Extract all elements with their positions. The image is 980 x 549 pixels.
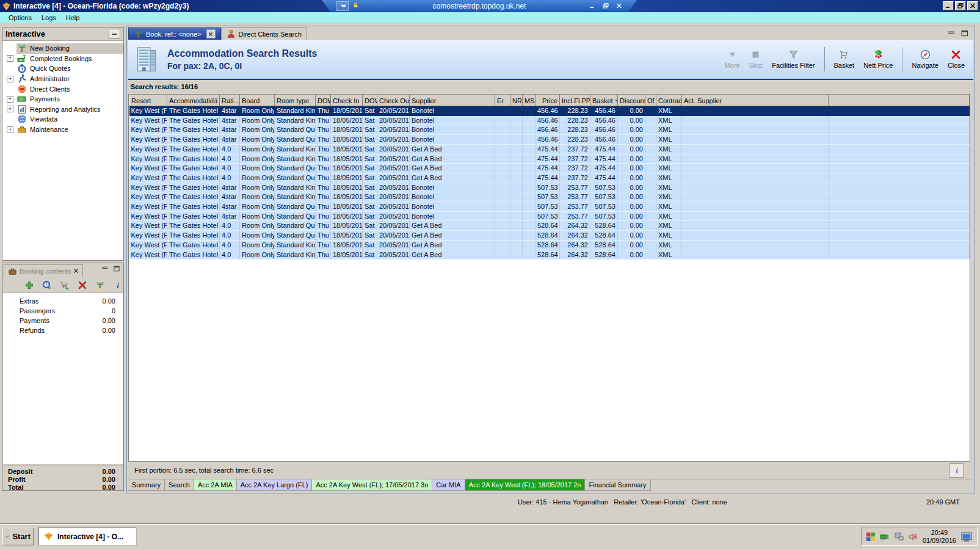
toolbar-button-nett-price[interactable]: Nett Price [863, 49, 893, 69]
delete-icon[interactable] [78, 280, 87, 290]
expand-toggle-icon[interactable]: + [7, 55, 13, 62]
column-header-basket-15[interactable]: Basket [590, 95, 618, 106]
column-header-price-13[interactable]: Price [535, 95, 560, 106]
tab-book-ref[interactable]: Book. ref.: <none> [128, 27, 221, 40]
window-close-button[interactable] [967, 1, 978, 10]
step-tab-search[interactable]: Search [165, 479, 194, 491]
table-row[interactable]: Key West (FL)The Gates Hotel4.0Room Only… [129, 164, 970, 173]
rdp-minimize-button[interactable] [589, 2, 595, 10]
start-button[interactable]: Start [2, 528, 34, 545]
step-tab-acc-2a-key-west-fl-18-05-2017-2n[interactable]: Acc 2A Key West (FL); 18/05/2017 2n [465, 479, 586, 491]
antivirus-icon[interactable] [866, 532, 876, 542]
column-header-er-10[interactable]: Er [495, 95, 510, 106]
tab-direct-clients-search[interactable]: Direct Clients Search [221, 27, 307, 40]
column-header-dow-7[interactable]: DOW [363, 95, 377, 106]
booking-panel-maximize-button[interactable] [114, 266, 120, 273]
menu-item-options[interactable]: Options [4, 14, 37, 21]
column-header-rati-2[interactable]: Rati... [220, 95, 240, 106]
step-tab-car-mia[interactable]: Car MIA [432, 479, 465, 491]
sidebar-item-quick-quotes[interactable]: + Quick Quotes [2, 64, 123, 74]
sidebar-item-payments[interactable]: + $Payments [2, 94, 123, 104]
window-minimize-button[interactable] [943, 1, 954, 10]
sidebar-item-label: Completed Bookings [30, 55, 92, 62]
column-header-discount-16[interactable]: Discount [618, 95, 645, 106]
sidebar-collapse-button[interactable] [109, 29, 120, 39]
table-row[interactable]: Key West (FL)The Gates Hotel4.0Room Only… [129, 144, 970, 154]
window-restore-button[interactable] [955, 1, 966, 10]
add-icon[interactable] [24, 280, 34, 290]
sidebar-item-administrator[interactable]: + Administrator [2, 74, 123, 84]
taskbar-task-interactive[interactable]: Interactive [4] - O... [38, 528, 136, 545]
column-header-dow-5[interactable]: DOW [316, 95, 331, 106]
expand-toggle-icon[interactable]: + [7, 106, 13, 112]
sidebar-item-new-booking[interactable]: + New Booking [2, 43, 123, 54]
table-row[interactable]: Key West (FL)The Gates Hotel4.0Room Only… [129, 250, 970, 260]
expand-toggle-icon[interactable]: + [7, 76, 13, 82]
toolbar-button-close[interactable]: Close [948, 49, 965, 69]
step-tab-acc-2a-key-west-fl-17-05-2017-3n[interactable]: Acc 2A Key West (FL); 17/05/2017 3n [312, 479, 432, 491]
info-button[interactable]: i [949, 464, 964, 478]
column-filter-icon[interactable] [211, 97, 218, 104]
sidebar-item-reporting-and-analytics[interactable]: + Reporting and Analytics [2, 104, 123, 115]
table-row[interactable]: Key West (FL)The Gates Hotel4starRoom On… [129, 202, 970, 212]
table-row[interactable]: Key West (FL)The Gates Hotel4starRoom On… [129, 183, 970, 192]
booking-panel-minimize-button[interactable] [102, 266, 109, 273]
column-header-incl-fl-pp-14[interactable]: Incl.Fl.PP [560, 95, 590, 106]
step-tab-financial-summary[interactable]: Financial Summary [585, 479, 650, 491]
table-row[interactable]: Key West (FL)The Gates Hotel4.0Room Only… [129, 154, 970, 164]
expand-toggle-icon[interactable]: + [7, 96, 13, 103]
column-header-accommodation-1[interactable]: Accommodation [167, 95, 220, 106]
network-adapter-icon[interactable] [880, 532, 890, 542]
column-header-room-type-4[interactable]: Room type [275, 95, 316, 106]
toolbar-button-basket[interactable]: Basket [834, 49, 855, 69]
table-row[interactable]: Key West (FL)The Gates Hotel4starRoom On… [129, 125, 970, 135]
basket-transfer-icon[interactable] [60, 280, 70, 290]
sidebar-item-completed-bookings[interactable]: + Completed Bookings [2, 54, 123, 64]
column-header-nr-11[interactable]: NR [510, 95, 523, 106]
table-row[interactable]: Key West (FL)The Gates Hotel4starRoom On… [129, 211, 970, 221]
table-row[interactable]: Key West (FL)The Gates Hotel4.0Room Only… [129, 221, 970, 231]
column-header-check-in-6[interactable]: Check In [331, 95, 363, 106]
table-row[interactable]: Key West (FL)The Gates Hotel4starRoom On… [129, 135, 970, 145]
rdp-close-button[interactable] [616, 2, 622, 10]
booking-contents-tab[interactable]: Booking contents [4, 264, 83, 277]
column-header-of-17[interactable]: Of [645, 95, 656, 106]
table-row[interactable]: Key West (FL)The Gates Hotel4starRoom On… [129, 192, 970, 202]
column-header-supplier-9[interactable]: Supplier [410, 95, 495, 106]
column-header-ms-12[interactable]: MS [523, 95, 535, 106]
network-status-icon[interactable] [894, 532, 904, 542]
step-tab-summary[interactable]: Summary [128, 479, 165, 491]
column-header-act-supplier-19[interactable]: Act. Supplier [682, 95, 829, 106]
column-header-check-out-8[interactable]: Check Out [377, 95, 410, 106]
table-row[interactable]: Key West (FL)The Gates Hotel4.0Room Only… [129, 173, 970, 183]
table-row[interactable]: Key West (FL)The Gates Hotel4starRoom On… [129, 115, 970, 125]
step-tab-acc-2a-mia[interactable]: Acc 2A MIA [194, 479, 237, 491]
holiday-palm-icon[interactable] [95, 280, 105, 290]
sidebar-item-maintenance[interactable]: + Maintenance [2, 125, 123, 135]
column-header-board-3[interactable]: Board [240, 95, 275, 106]
table-row[interactable]: Key West (FL)The Gates Hotel4starRoom On… [129, 106, 970, 116]
step-tab-acc-2a-key-largo-fl[interactable]: Acc 2A Key Largo (FL) [237, 479, 313, 491]
booking-contents-close-icon[interactable] [73, 267, 79, 275]
table-cell: 4star [220, 106, 240, 116]
sidebar-item-direct-clients[interactable]: + Direct Clients [2, 84, 123, 94]
menu-item-help[interactable]: Help [61, 14, 85, 21]
rdp-pin-icon[interactable] [336, 1, 349, 11]
rdp-restore-button[interactable] [603, 2, 609, 10]
volume-muted-icon[interactable] [908, 532, 918, 542]
table-row[interactable]: Key West (FL)The Gates Hotel4.0Room Only… [129, 240, 970, 250]
rdp-session-monitor-icon[interactable] [961, 532, 973, 542]
toolbar-button-navigate[interactable]: Navigate [912, 49, 938, 69]
column-header-resort-0[interactable]: Resort [129, 95, 167, 106]
tab-close-icon[interactable] [206, 29, 216, 38]
toolbar-button-facilities-filter[interactable]: Facilities Filter [772, 49, 815, 69]
expand-toggle-icon[interactable]: + [7, 126, 13, 133]
column-header-contract-18[interactable]: Contract [656, 95, 682, 106]
menu-item-logs[interactable]: Logs [37, 14, 61, 21]
table-row[interactable]: Key West (FL)The Gates Hotel4.0Room Only… [129, 231, 970, 241]
main-panel-minimize-button[interactable] [948, 30, 956, 38]
quote-clock-icon[interactable] [42, 280, 52, 290]
main-panel-maximize-button[interactable] [961, 30, 968, 38]
info-icon[interactable]: i [113, 280, 123, 290]
sidebar-item-viewdata[interactable]: + Viewdata [2, 114, 123, 125]
